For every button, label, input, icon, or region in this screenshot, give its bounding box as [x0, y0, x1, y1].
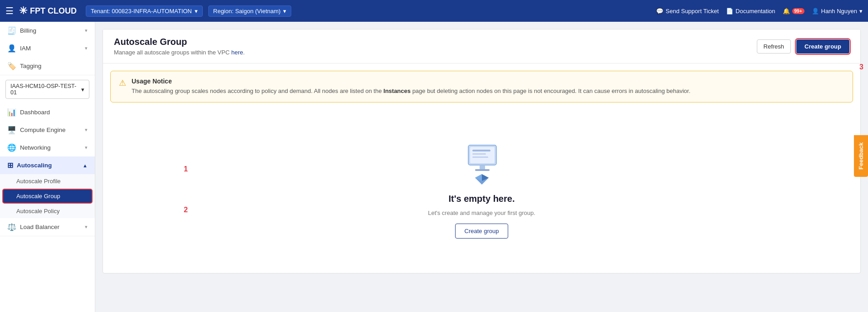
- iam-icon: 👤: [7, 44, 16, 53]
- sidebar-item-autoscale-profile[interactable]: Autoscale Profile: [0, 174, 95, 188]
- project-chevron-icon: ▾: [81, 86, 84, 93]
- support-icon: 💬: [656, 8, 663, 15]
- user-chevron-icon: ▾: [859, 8, 863, 15]
- sidebar-item-dashboard[interactable]: 📊 Dashboard: [0, 103, 95, 121]
- sidebar-item-load-balancer[interactable]: ⚖️ Load Balancer ▾: [0, 218, 95, 236]
- autoscaling-label: Autoscaling: [17, 162, 52, 169]
- feedback-label: Feedback: [858, 142, 864, 170]
- sidebar-item-iam[interactable]: 👤 IAM ▾: [0, 39, 95, 57]
- sidebar-item-tagging[interactable]: 🏷️ Tagging: [0, 57, 95, 75]
- autoscale-policy-label: Autoscale Policy: [16, 208, 59, 214]
- logo: ✳ FPT CLOUD: [19, 5, 77, 17]
- autoscaling-submenu: Autoscale Profile Autoscale Group Autosc…: [0, 174, 95, 218]
- dashboard-icon: 📊: [7, 108, 16, 117]
- sidebar-item-autoscaling[interactable]: ⊞ Autoscaling ▲: [0, 156, 95, 174]
- step-1-label: 1: [184, 165, 188, 173]
- main-content: 1 2 3 Autoscale Group Manage all autosca…: [95, 22, 868, 312]
- svg-rect-4: [472, 156, 488, 158]
- header-actions: Refresh Create group: [757, 39, 849, 54]
- docs-label: Documentation: [736, 8, 775, 15]
- user-label: Hanh Nguyen: [821, 8, 858, 15]
- notice-text: The autoscaling group scales nodes accor…: [132, 87, 691, 96]
- sidebar-top-section: 🧾 Billing ▾ 👤 IAM ▾ 🏷️ Tagging: [0, 22, 95, 75]
- region-chevron-icon: ▾: [283, 8, 286, 15]
- sidebar-item-networking[interactable]: 🌐 Networking ▾: [0, 139, 95, 156]
- step-3-label: 3: [859, 63, 863, 71]
- autoscale-group-label: Autoscale Group: [16, 193, 60, 200]
- billing-chevron-icon: ▾: [85, 28, 88, 34]
- empty-state: It's empty here. Let's create and manage…: [110, 110, 853, 266]
- compute-engine-icon: 🖥️: [7, 126, 16, 134]
- svg-rect-1: [470, 147, 495, 163]
- user-avatar-icon: 👤: [812, 8, 819, 15]
- notice-text-link: Instances: [383, 88, 411, 94]
- warning-icon: ⚠: [119, 78, 126, 96]
- notice-title: Usage Notice: [132, 78, 691, 85]
- send-support-ticket[interactable]: 💬 Send Support Ticket: [656, 8, 719, 15]
- billing-label: Billing: [20, 27, 36, 34]
- compute-engine-chevron-icon: ▾: [85, 127, 88, 133]
- documentation-link[interactable]: 📄 Documentation: [726, 8, 775, 15]
- project-name: IAAS-HCM10-OSP-TEST-01: [10, 83, 81, 96]
- support-label: Send Support Ticket: [666, 8, 719, 15]
- networking-chevron-icon: ▾: [85, 145, 88, 151]
- iam-chevron-icon: ▾: [85, 45, 88, 51]
- svg-rect-2: [472, 150, 490, 151]
- sidebar-item-autoscale-policy[interactable]: Autoscale Policy: [0, 204, 95, 218]
- logo-text: FPT CLOUD: [30, 6, 77, 16]
- user-menu[interactable]: 👤 Hanh Nguyen ▾: [812, 8, 863, 15]
- notice-text-after: page but deleting action nodes on this p…: [411, 88, 690, 94]
- subtitle-text-before: Manage all autoscale groups within the V…: [114, 49, 231, 56]
- feedback-tab[interactable]: Feedback: [854, 135, 868, 177]
- empty-title: It's empty here.: [449, 194, 515, 204]
- load-balancer-icon: ⚖️: [7, 223, 16, 231]
- sidebar-item-compute-engine[interactable]: 🖥️ Compute Engine ▾: [0, 121, 95, 139]
- sidebar-nav-section: 📊 Dashboard 🖥️ Compute Engine ▾ 🌐 Networ…: [0, 103, 95, 236]
- autoscale-profile-label: Autoscale Profile: [16, 178, 61, 185]
- sidebar-item-autoscale-group[interactable]: Autoscale Group: [3, 189, 92, 203]
- top-navigation: ☰ ✳ FPT CLOUD Tenant: 000823-INFRA-AUTOM…: [0, 0, 868, 22]
- region-dropdown[interactable]: Region: Saigon (Vietnam) ▾: [208, 5, 292, 17]
- docs-icon: 📄: [726, 8, 733, 15]
- tenant-dropdown[interactable]: Tenant: 000823-INFRA-AUTOMATION ▾: [86, 5, 203, 17]
- page-title: Autoscale Group: [114, 37, 245, 47]
- notification-badge: 99+: [792, 8, 804, 14]
- svg-rect-3: [472, 153, 486, 155]
- tagging-label: Tagging: [20, 63, 41, 69]
- project-selector[interactable]: IAAS-HCM10-OSP-TEST-01 ▾: [5, 80, 89, 99]
- create-group-header-button[interactable]: Create group: [796, 39, 849, 54]
- page-header-left: Autoscale Group Manage all autoscale gro…: [114, 37, 245, 56]
- networking-icon: 🌐: [7, 143, 16, 152]
- main-layout: 🧾 Billing ▾ 👤 IAM ▾ 🏷️ Tagging: [0, 22, 868, 312]
- tagging-icon: 🏷️: [7, 62, 16, 70]
- networking-label: Networking: [20, 144, 51, 151]
- sidebar-item-billing[interactable]: 🧾 Billing ▾: [0, 22, 95, 39]
- hamburger-menu[interactable]: ☰: [5, 5, 14, 16]
- load-balancer-label: Load Balancer: [20, 224, 59, 230]
- svg-rect-6: [475, 169, 490, 171]
- tenant-chevron-icon: ▾: [195, 8, 198, 15]
- logo-icon: ✳: [19, 5, 27, 17]
- load-balancer-chevron-icon: ▾: [85, 224, 88, 230]
- page-header: Autoscale Group Manage all autoscale gro…: [103, 29, 860, 63]
- step-2-label: 2: [184, 206, 188, 214]
- refresh-button[interactable]: Refresh: [757, 39, 791, 54]
- autoscaling-icon: ⊞: [7, 161, 13, 170]
- svg-rect-5: [480, 165, 485, 170]
- create-group-empty-button[interactable]: Create group: [455, 224, 509, 239]
- region-label: Region: Saigon (Vietnam): [213, 8, 281, 15]
- autoscaling-chevron-icon: ▲: [83, 163, 88, 168]
- empty-subtitle: Let's create and manage your first group…: [428, 210, 535, 216]
- notice-text-before: The autoscaling group scales nodes accor…: [132, 88, 383, 94]
- tenant-label: Tenant: 000823-INFRA-AUTOMATION: [91, 8, 192, 15]
- notifications[interactable]: 🔔 99+: [783, 8, 804, 15]
- billing-icon: 🧾: [7, 26, 16, 35]
- page-subtitle: Manage all autoscale groups within the V…: [114, 49, 245, 56]
- subtitle-text-dot: .: [243, 49, 245, 56]
- subtitle-link[interactable]: here: [231, 49, 243, 56]
- dashboard-label: Dashboard: [20, 109, 50, 116]
- usage-notice: ⚠ Usage Notice The autoscaling group sca…: [110, 71, 853, 102]
- compute-engine-label: Compute Engine: [20, 127, 66, 133]
- notice-content: Usage Notice The autoscaling group scale…: [132, 78, 691, 96]
- empty-illustration: [457, 137, 507, 188]
